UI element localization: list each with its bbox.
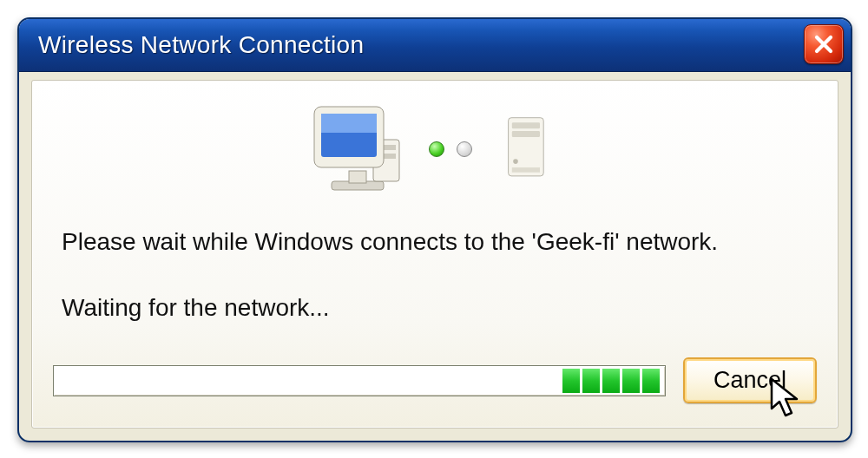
computer-icon	[306, 100, 410, 199]
svg-rect-1	[349, 171, 366, 183]
progress-bar	[53, 365, 666, 396]
progress-block	[562, 369, 580, 393]
bottom-row: Cancel	[53, 357, 817, 403]
progress-block	[642, 369, 660, 393]
wireless-connection-dialog: Wireless Network Connection	[17, 17, 852, 442]
activity-dots	[429, 141, 472, 157]
svg-rect-10	[512, 131, 540, 137]
status-text: Waiting for the network...	[32, 294, 838, 322]
svg-rect-7	[321, 114, 377, 133]
progress-block	[602, 369, 620, 393]
cancel-button-label: Cancel	[713, 367, 786, 394]
content-panel: Please wait while Windows connects to th…	[31, 80, 838, 429]
server-icon	[491, 100, 564, 199]
svg-rect-12	[512, 167, 540, 173]
close-button[interactable]	[804, 24, 844, 64]
connection-graphic	[32, 81, 838, 199]
progress-block	[622, 369, 640, 393]
dot-active	[429, 141, 444, 157]
svg-point-11	[513, 159, 518, 164]
svg-rect-9	[512, 122, 540, 128]
titlebar[interactable]: Wireless Network Connection	[19, 19, 851, 72]
message-text: Please wait while Windows connects to th…	[32, 228, 838, 256]
progress-blocks	[562, 369, 660, 393]
dot-inactive	[457, 141, 472, 157]
close-icon	[813, 34, 834, 55]
progress-block	[582, 369, 600, 393]
dialog-title: Wireless Network Connection	[38, 31, 364, 59]
cancel-button[interactable]: Cancel	[683, 357, 817, 403]
